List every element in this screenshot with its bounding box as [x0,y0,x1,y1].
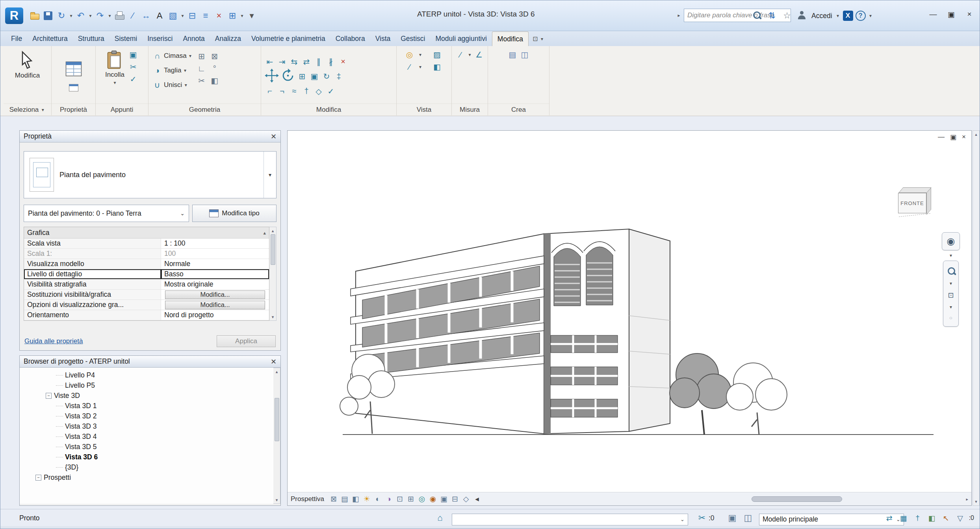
cut-geometry-icon[interactable]: ◑ [152,65,163,76]
edit-type-button[interactable]: Modifica tipo [192,205,277,222]
viewcube-front-face[interactable]: FRONTE [898,193,926,213]
visibility-graphics-caret-icon[interactable]: ▾ [418,49,423,60]
join-geometry-button[interactable]: ∪Unisci▾ [152,78,188,92]
split-element-icon[interactable]: ∥ [313,56,324,67]
tab-collabora[interactable]: Collabora [330,31,370,46]
panel-label-crea[interactable]: Crea [488,104,549,115]
tab-sistemi[interactable]: Sistemi [110,31,142,46]
tree-item-prospetti[interactable]: −Prospetti [20,472,273,483]
default-3d-view-icon[interactable]: ▧ [167,9,179,22]
select-pinned-icon[interactable]: † [912,512,923,523]
panel-label-appunti[interactable]: Appunti [96,104,148,115]
property-value[interactable]: Normale [161,259,269,269]
panel-label-modifica[interactable]: Modifica [261,104,396,115]
expand-icon[interactable]: − [35,475,41,481]
join-geometry-icon[interactable]: ∪ [152,80,163,91]
interface-button[interactable] [69,83,79,94]
coping-icon[interactable]: ∩ [152,50,163,61]
temporary-view-properties-icon[interactable]: ▣ [438,494,449,504]
search-icon[interactable] [751,9,763,22]
browser-scroll-up-icon[interactable]: ▴ [276,369,278,374]
section-icon[interactable]: ⊟ [186,9,199,22]
panel-label-geometria[interactable]: Geometria [148,104,261,115]
coping-button[interactable]: ∩Cimasa▾ [152,49,193,63]
main-model-icon[interactable]: ▣ [726,512,739,524]
tab-annota[interactable]: Annota [178,31,210,46]
measure-icon[interactable]: ∕ [455,49,466,60]
communication-center-icon[interactable]: ⇅ [766,9,778,22]
zoom-icon[interactable] [945,265,956,276]
pin-icon[interactable]: † [301,86,312,97]
tab-file[interactable]: File [6,31,27,46]
expand-icon[interactable]: − [46,393,52,399]
navbar-more-icon[interactable]: ○ [947,314,955,322]
print-icon[interactable] [113,9,126,22]
help-icon[interactable]: ? [856,11,866,21]
browser-titlebar[interactable]: Browser di progetto - ATERP unitol ✕ [20,356,280,368]
accedi-label[interactable]: Accedi [811,12,832,20]
rotate-small-icon[interactable]: ↻ [321,71,332,82]
property-edit-button[interactable]: Modifica... [165,290,265,299]
panel-label-misura[interactable]: Misura [452,104,488,115]
canvas-scroll-down-icon[interactable]: ▾ [975,499,977,504]
match-icon[interactable]: ✓ [325,86,336,97]
switch-windows-caret-icon[interactable]: ▾ [239,13,245,18]
wall-joins-icon[interactable]: ⊞ [196,51,207,62]
property-value[interactable]: Nord di progetto [161,310,269,320]
restore-button[interactable]: ▣ [943,7,959,21]
paint-icon[interactable]: ◧ [209,75,220,86]
tree-item-vista-3d-6[interactable]: Vista 3D 6 [20,452,273,462]
tree-item-vista-3d-5[interactable]: Vista 3D 5 [20,442,273,452]
sign-in-icon[interactable] [796,9,808,22]
measure-icon[interactable]: ∕ [126,9,139,22]
view-close-icon[interactable]: × [962,133,966,141]
browser-scroll-thumb[interactable] [275,398,279,441]
tree-item-vista-3d-2[interactable]: Vista 3D 2 [20,411,273,421]
reveal-hidden-elements-icon[interactable]: ◉ [427,494,438,504]
tab-volumetrie-e-planimetria[interactable]: Volumetrie e planimetria [246,31,330,46]
sun-path-icon[interactable]: ☀ [361,494,372,504]
navbar-caret-icon[interactable]: ▾ [948,253,954,258]
undo-caret-icon[interactable]: ▾ [88,13,93,18]
tab-vista[interactable]: Vista [370,31,396,46]
exchange-icon[interactable]: X [843,11,853,21]
viewcube[interactable]: FRONTE [898,187,932,218]
ribbon-display-toggle[interactable]: ⊡ ▾ [533,32,544,46]
copy-icon[interactable]: ▣ [309,71,320,82]
worksharing-display-icon[interactable]: ◇ [460,494,471,504]
beam-joins-icon[interactable]: ∟ [196,63,207,74]
design-options-combo[interactable]: Modello principale⌄ [759,514,904,525]
angular-dimension-icon[interactable]: ∠ [473,49,484,60]
view-minimize-icon[interactable]: — [938,133,945,141]
property-value[interactable]: Mostra originale [161,279,269,289]
detail-level-icon[interactable]: ▤ [339,494,350,504]
apply-button[interactable]: Applica [217,335,276,347]
undo-icon[interactable]: ↶ [74,9,87,22]
properties-scroll-thumb[interactable] [271,234,275,265]
revit-logo[interactable]: R [5,7,23,24]
redo-caret-icon[interactable]: ▾ [107,13,112,18]
canvas-vertical-scrollbar[interactable]: ▴ ▾ [973,130,980,506]
match-type-properties-icon[interactable]: ✓ [128,74,139,85]
create-assembly-icon[interactable]: ◫ [519,49,530,60]
properties-button[interactable] [63,59,84,81]
property-edit-button[interactable]: Modifica... [165,301,265,309]
tab-analizza[interactable]: Analizza [210,31,246,46]
text-icon[interactable]: A [153,9,166,22]
tree-item-vista-3d-1[interactable]: Vista 3D 1 [20,401,273,411]
group-header-grafica[interactable]: Grafica ▴ [24,227,269,239]
thin-lines-icon[interactable]: ≡ [199,9,212,22]
offset-icon[interactable]: ⇥ [277,56,288,67]
aligned-dimension-icon[interactable]: ↔ [140,9,152,22]
drag-on-selection-icon[interactable]: ↖ [941,512,952,523]
search-caret-icon[interactable]: ▸ [676,13,681,18]
trim-multiple-elements-icon[interactable]: ≈ [289,86,300,97]
design-options-icon[interactable]: ✂ [697,512,707,524]
browser-close-icon[interactable]: ✕ [271,357,277,366]
modify-select-button[interactable]: Modifica [15,49,40,80]
tree-item--3d-[interactable]: {3D} [20,462,273,472]
linework-icon[interactable]: ∕ [404,61,415,72]
pan-caret-icon[interactable]: ▾ [948,304,954,310]
select-by-face-icon[interactable]: ◧ [926,512,937,523]
viewcube-side-face[interactable] [926,187,931,215]
